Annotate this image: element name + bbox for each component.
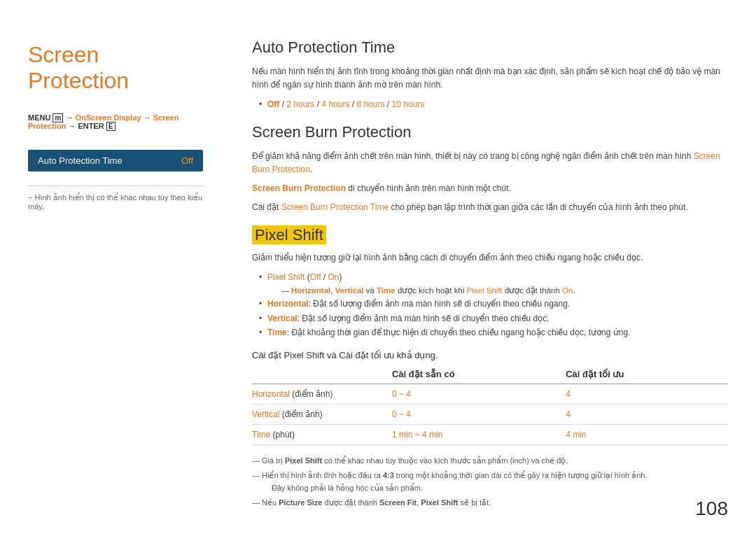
pixel-shift-body1: Giảm thiểu hiện tượng giữ lại hình ảnh b… [252,251,728,265]
table-cell-label: Time (phút) [252,424,392,444]
pixel-shift-section: Pixel Shift Giảm thiểu hiện tượng giữ lạ… [252,226,728,510]
table-row: Vertical (điểm ảnh) 0 ~ 4 4 [252,404,728,424]
menu-onscreen: OnScreen Display [75,113,141,122]
pixel-shift-bullets: Pixel Shift (Off / On) Horizontal, Verti… [259,270,728,340]
pixel-shift-bullet-4: Time: Đặt khoảng thời gian để thực hiện … [259,325,728,339]
pixel-shift-title: Pixel Shift [252,225,326,244]
table-intro: Cài đặt Pixel Shift và Cài đặt tối ưu kh… [252,350,728,360]
table-row: Horizontal (điểm ảnh) 0 ~ 4 4 [252,384,728,404]
table-row: Time (phút) 1 min ~ 4 min 4 min [252,424,728,444]
pixel-shift-bullet-3: Vertical: Đặt số lượng điểm ảnh mà màn h… [259,311,728,325]
pixel-shift-table: Cài đặt sẵn có Cài đặt tối ưu Horizontal… [252,366,728,445]
menu-path-text: MENU [28,113,52,122]
table-cell-range: 0 ~ 4 [392,404,566,424]
screen-burn-title: Screen Burn Protection [252,123,728,141]
footnote-1: Giá trị Pixel Shift có thể khác nhau tùy… [252,455,728,468]
enter-icon: E [106,122,115,131]
table-cell-optimal: 4 [566,404,728,424]
auto-protection-list: Off / 2 hours / 4 hours / 8 hours / 10 h… [259,97,728,111]
pixel-shift-bullet-2: Horizontal: Đặt số lượng điểm ảnh mà màn… [259,297,728,311]
table-cell-optimal: 4 [566,384,728,404]
left-panel: Screen Protection MENU m → OnScreen Disp… [0,0,224,534]
menu-ui-box: Auto Protection Time Off [28,150,203,171]
screen-burn-body2: Screen Burn Protection di chuyển hình ản… [252,182,728,195]
auto-protection-section: Auto Protection Time Nếu màn hình hiển t… [252,38,728,112]
right-panel: Auto Protection Time Nếu màn hình hiển t… [224,0,756,534]
screen-burn-body1: Để giảm khả năng điểm ảnh chết trên màn … [252,150,728,176]
table-cell-optimal: 4 min [566,424,728,444]
menu-path: MENU m → OnScreen Display → Screen Prote… [28,113,203,130]
pixel-shift-heading-wrap: Pixel Shift [252,226,728,244]
divider [28,185,203,186]
auto-protection-bullet: Off / 2 hours / 4 hours / 8 hours / 10 h… [259,97,728,111]
screen-burn-inline: Screen Burn Protection [252,151,720,174]
page-number: 108 [695,498,728,520]
footnote-2: Hiển thị hình ảnh tĩnh hoặc đầu ra 4:3 t… [252,470,728,494]
table-cell-label: Horizontal (điểm ảnh) [252,384,392,404]
page-title: Screen Protection [28,42,203,94]
table-cell-range: 1 min ~ 4 min [392,424,566,444]
table-header-optimal: Cài đặt tối ưu [566,366,728,384]
table-cell-label: Vertical (điểm ảnh) [252,404,392,424]
auto-protection-title: Auto Protection Time [252,38,728,57]
table-header-item [252,366,392,384]
table-cell-range: 0 ~ 4 [392,384,566,404]
pixel-shift-subbullet: Horizontal, Vertical và Time được kích h… [281,284,728,297]
screen-burn-body3: Cài đặt Screen Burn Protection Time cho … [252,201,728,214]
table-header-default: Cài đặt sẵn có [392,366,566,384]
image-note: − Hình ảnh hiển thị có thể khác nhau tùy… [28,193,203,211]
menu-item-label: Auto Protection Time [38,155,122,166]
menu-ui-item[interactable]: Auto Protection Time Off [28,150,203,171]
pixel-shift-bullet-1: Pixel Shift (Off / On) Horizontal, Verti… [259,270,728,297]
screen-burn-section: Screen Burn Protection Để giảm khả năng … [252,123,728,215]
auto-protection-body: Nếu màn hình hiển thị ảnh tĩnh trong kho… [252,65,728,92]
footnote-3: Nếu Picture Size được đặt thành Screen F… [252,497,728,510]
menu-item-value: Off [181,155,193,166]
